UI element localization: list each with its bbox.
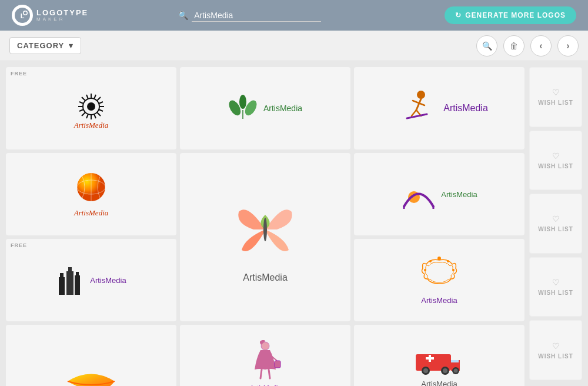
heart-icon-2: ♡	[552, 151, 560, 161]
svg-rect-41	[59, 277, 65, 295]
wishlist-sidebar: ♡ WISH LIST ♡ WISH LIST ♡ WISH LIST ♡ WI…	[529, 67, 582, 380]
prev-button[interactable]: ‹	[530, 35, 552, 56]
search-button[interactable]: 🔍	[476, 35, 497, 56]
svg-rect-46	[76, 272, 79, 277]
logo-image-2	[228, 94, 258, 123]
free-badge: FREE	[11, 71, 27, 76]
delete-button[interactable]: 🗑	[503, 35, 524, 56]
svg-point-51	[452, 269, 455, 271]
chevron-down-icon: ▾	[69, 41, 74, 50]
search-input[interactable]	[192, 9, 321, 22]
svg-rect-59	[429, 355, 431, 362]
svg-rect-42	[60, 273, 64, 279]
wishlist-btn-1[interactable]: ♡ WISH LIST	[529, 67, 582, 127]
svg-rect-44	[68, 267, 72, 273]
svg-point-63	[443, 368, 447, 373]
generate-button[interactable]: ↻ GENERATE MORE LOGOS	[445, 6, 576, 24]
svg-point-65	[454, 369, 458, 373]
logo-image-11	[413, 344, 466, 376]
svg-point-5	[87, 102, 95, 111]
logo-text: LOGOTYPE MAKER	[36, 9, 88, 22]
svg-rect-45	[75, 275, 80, 295]
logo-card-10[interactable]: ArtisMedia	[180, 325, 350, 386]
svg-line-20	[86, 114, 88, 118]
svg-point-49	[447, 260, 449, 262]
svg-line-12	[82, 112, 85, 116]
logo-card-8[interactable]: ArtisMedia	[354, 239, 524, 321]
logo-image-4	[71, 171, 112, 206]
svg-line-16	[79, 102, 83, 104]
svg-line-33	[407, 114, 427, 118]
logo-card-6[interactable]: ArtisMedia	[354, 153, 524, 235]
svg-line-56	[269, 370, 270, 378]
logo-card-2[interactable]: ArtisMedia	[180, 67, 350, 149]
logo-image-10	[248, 340, 283, 381]
category-dropdown[interactable]: CATEGORY ▾	[9, 37, 81, 54]
wishlist-btn-5[interactable]: ♡ WISH LIST	[529, 320, 582, 380]
main-content: FREE	[0, 61, 588, 386]
svg-point-37	[263, 218, 267, 241]
logo-image-6	[401, 178, 436, 211]
svg-line-15	[94, 95, 96, 99]
free-badge-7: FREE	[11, 242, 27, 248]
logo-image-7	[56, 262, 85, 298]
logo-image-3	[390, 88, 437, 129]
svg-text:ArtisMedia: ArtisMedia	[74, 121, 109, 129]
logo-icon: L	[12, 5, 33, 26]
svg-rect-54	[275, 361, 280, 368]
logo-area: L LOGOTYPE MAKER	[12, 5, 88, 26]
logo-card-11[interactable]: ArtisMedia	[354, 325, 524, 386]
svg-point-25	[239, 95, 246, 109]
svg-line-28	[416, 99, 421, 110]
svg-line-17	[79, 109, 83, 111]
toolbar: CATEGORY ▾ 🔍 🗑 ‹ ›	[0, 31, 588, 61]
svg-line-55	[260, 370, 262, 378]
logo-image-8	[416, 255, 463, 294]
svg-line-11	[97, 97, 101, 101]
svg-rect-43	[66, 271, 74, 295]
logo-card-4[interactable]: ArtisMedia	[6, 153, 176, 235]
header: L LOGOTYPE MAKER 🔍 ↻ GENERATE MORE LOGOS	[0, 0, 588, 31]
svg-point-47	[437, 257, 441, 260]
svg-line-14	[86, 95, 88, 99]
svg-point-50	[424, 269, 426, 271]
wishlist-btn-2[interactable]: ♡ WISH LIST	[529, 131, 582, 191]
svg-point-27	[417, 91, 425, 99]
logo-image-5	[230, 191, 300, 268]
logo-card-5[interactable]: ArtisMedia	[180, 153, 350, 321]
wishlist-btn-3[interactable]: ♡ WISH LIST	[529, 194, 582, 254]
logo-image-9	[56, 364, 126, 386]
refresh-icon: ↻	[455, 11, 462, 19]
search-area: 🔍	[178, 9, 355, 22]
svg-line-13	[97, 112, 101, 116]
logo-card-9[interactable]: ArtisMedia	[6, 325, 176, 386]
svg-point-61	[423, 368, 428, 373]
svg-point-3	[24, 12, 27, 15]
svg-line-18	[99, 102, 103, 104]
next-button[interactable]: ›	[557, 35, 579, 56]
svg-line-21	[94, 114, 96, 118]
svg-line-31	[412, 110, 416, 116]
svg-line-19	[99, 109, 103, 111]
heart-icon-4: ♡	[552, 278, 560, 287]
logo-grid: FREE	[6, 67, 524, 380]
logo-card-7[interactable]: FREE ArtisMedia	[6, 239, 176, 321]
heart-icon-1: ♡	[552, 88, 560, 97]
logo-image-1: ArtisMedia	[68, 88, 115, 129]
logo-card-3[interactable]: ArtisMedia	[354, 67, 524, 149]
svg-line-10	[82, 97, 85, 101]
svg-line-29	[413, 101, 419, 103]
heart-icon-3: ♡	[552, 214, 560, 224]
svg-point-48	[429, 260, 432, 262]
heart-icon-5: ♡	[552, 341, 560, 351]
wishlist-btn-4[interactable]: ♡ WISH LIST	[529, 257, 582, 317]
search-icon: 🔍	[178, 11, 188, 20]
logo-card-1[interactable]: FREE	[6, 67, 176, 149]
